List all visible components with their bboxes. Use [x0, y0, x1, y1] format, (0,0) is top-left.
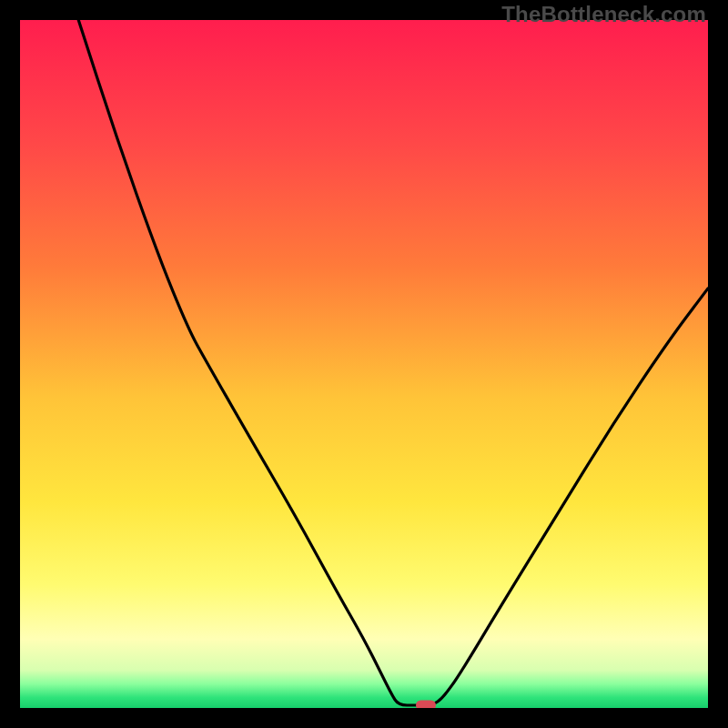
chart-lines	[20, 20, 708, 708]
chart-plot-area	[20, 20, 708, 708]
watermark-text: TheBottleneck.com	[501, 2, 706, 27]
bottleneck-curve	[78, 20, 708, 705]
optimal-point-marker	[416, 700, 436, 708]
